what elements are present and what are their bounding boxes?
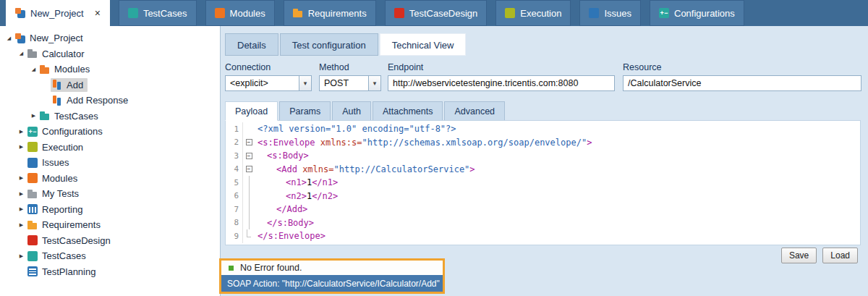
project-tree: ◢New_Project◢Calculator◢ModulesAddAdd Re…: [0, 26, 220, 279]
expand-arrow-icon[interactable]: ▶: [17, 222, 26, 228]
code-text: </Add>: [255, 203, 307, 216]
testcasedesign-icon: [27, 235, 38, 245]
chevron-down-icon[interactable]: [368, 76, 380, 90]
collapse-arrow-icon[interactable]: ◢: [17, 51, 26, 56]
top-tab-configurations[interactable]: Configurations: [650, 0, 744, 26]
top-tab-testcasedesign[interactable]: TestCaseDesign: [385, 0, 488, 26]
tab-payload[interactable]: Payload: [225, 101, 278, 121]
modules-icon: [215, 8, 225, 18]
save-button[interactable]: Save: [781, 248, 817, 263]
tree-item-add-response[interactable]: Add Response: [0, 93, 220, 109]
resource-input[interactable]: [623, 75, 861, 91]
method-select[interactable]: POST: [319, 75, 381, 91]
status-message: No Error found.: [240, 263, 302, 273]
top-tab-bar: New_Project×TestCasesModulesRequirements…: [0, 0, 868, 26]
top-tab-label: TestCases: [143, 8, 187, 19]
tab-technical-view[interactable]: Technical View: [380, 33, 467, 56]
tree-item-testcases[interactable]: ▶TestCases: [0, 109, 220, 124]
tree-item-my-tests[interactable]: ▶My Tests: [0, 186, 220, 202]
close-icon[interactable]: ×: [95, 8, 101, 18]
code-line: 2−<s:Envelope xmlns:s="http://schemas.xm…: [226, 136, 860, 150]
chevron-down-icon[interactable]: [299, 76, 311, 90]
collapse-arrow-icon[interactable]: ◢: [29, 67, 38, 72]
tab-test-configuration[interactable]: Test configuration: [280, 33, 378, 56]
collapse-arrow-icon[interactable]: ◢: [4, 35, 14, 41]
expand-arrow-icon[interactable]: ▶: [17, 144, 26, 150]
module-icon: [52, 80, 62, 90]
tab-details[interactable]: Details: [225, 33, 278, 56]
tree-item-content: Issues: [26, 156, 74, 169]
top-tab-label: New_Project: [30, 8, 84, 19]
tree-item-testcasedesign[interactable]: TestCaseDesign: [0, 233, 220, 249]
tree-item-content: Add Response: [51, 93, 132, 107]
expand-arrow-icon[interactable]: ▶: [17, 175, 26, 181]
fold-collapse-icon[interactable]: −: [243, 136, 255, 150]
code-line: 6<n2>1</n2>: [226, 190, 860, 203]
top-tab-testcases[interactable]: TestCases: [119, 0, 197, 26]
connection-select[interactable]: <explicit>: [225, 75, 312, 91]
expand-arrow-icon[interactable]: ▶: [17, 129, 26, 135]
tree-item-label: Issues: [42, 157, 69, 168]
tree-item-add[interactable]: Add: [0, 77, 220, 93]
tree-item-label: Calculator: [42, 48, 85, 59]
tree-item-configurations[interactable]: ▶Configurations: [0, 124, 220, 140]
modules-icon: [27, 173, 38, 183]
fold-collapse-icon[interactable]: −: [243, 149, 255, 163]
expand-arrow-icon[interactable]: ▶: [29, 113, 38, 119]
xml-editor[interactable]: 1<?xml version="1.0" encoding="utf-8"?>2…: [225, 120, 861, 245]
main-panel: DetailsTest configurationTechnical View …: [221, 26, 868, 296]
tree-item-testplanning[interactable]: TestPlanning: [0, 264, 220, 280]
tree-item-calculator[interactable]: ◢Calculator: [0, 46, 220, 62]
tab-advanced[interactable]: Advanced: [444, 101, 505, 121]
folder-icon: [40, 111, 50, 121]
tree-item-requirements[interactable]: ▶Requirements: [0, 217, 220, 233]
top-tab-requirements[interactable]: Requirements: [284, 0, 376, 26]
code-text: <s:Body>: [255, 149, 309, 163]
status-message-row: No Error found.: [221, 261, 443, 275]
tree-item-testcases[interactable]: ▶TestCases: [0, 248, 220, 264]
tab-params[interactable]: Params: [279, 101, 331, 121]
editor-actions: Save Load: [781, 248, 858, 263]
tab-attachments[interactable]: Attachments: [373, 101, 443, 121]
tree-item-modules[interactable]: ▶Modules: [0, 171, 220, 187]
code-line: 4−<Add xmlns="http://CalculatorService">: [226, 163, 860, 177]
resource-field: Resource: [623, 62, 861, 91]
fold-guide: [243, 203, 255, 216]
top-tab-new-project[interactable]: New_Project×: [6, 0, 110, 26]
tree-item-label: Reporting: [42, 204, 82, 215]
project-tree-sidebar: ◢New_Project◢Calculator◢ModulesAddAdd Re…: [0, 26, 221, 296]
tree-item-reporting[interactable]: ▶Reporting: [0, 202, 220, 218]
payload-tab-bar: PayloadParamsAuthAttachmentsAdvanced: [225, 101, 505, 121]
folder-icon: [27, 189, 38, 199]
reporting-icon: [27, 204, 38, 214]
endpoint-input[interactable]: [388, 75, 615, 91]
tree-item-content: Execution: [26, 140, 88, 154]
tree-item-new-project[interactable]: ◢New_Project: [0, 30, 220, 46]
tree-item-label: New_Project: [30, 33, 83, 43]
line-number: 8: [226, 216, 243, 230]
line-number: 6: [226, 190, 243, 203]
top-tab-modules[interactable]: Modules: [205, 0, 275, 26]
tree-item-label: Add: [67, 80, 83, 90]
top-tab-issues[interactable]: Issues: [579, 0, 641, 26]
tree-item-modules[interactable]: ◢Modules: [0, 62, 220, 77]
top-tab-label: Requirements: [308, 8, 367, 19]
tab-auth[interactable]: Auth: [332, 101, 371, 121]
top-tab-execution[interactable]: Execution: [495, 0, 571, 26]
endpoint-label: Endpoint: [388, 62, 615, 72]
tree-item-issues[interactable]: Issues: [0, 155, 220, 171]
expand-arrow-icon[interactable]: ▶: [17, 206, 26, 212]
tree-item-content: Requirements: [26, 218, 105, 232]
expand-arrow-icon[interactable]: ▶: [17, 253, 26, 259]
expand-arrow-icon[interactable]: ▶: [17, 191, 26, 197]
folder-icon: [27, 48, 38, 59]
tree-item-content: Modules: [38, 62, 94, 76]
load-button[interactable]: Load: [822, 248, 858, 263]
tree-item-label: TestCases: [42, 250, 86, 261]
fold-collapse-icon[interactable]: −: [243, 163, 255, 177]
tree-item-content: TestCases: [38, 109, 103, 123]
tree-item-content: Modules: [26, 172, 82, 185]
tree-item-content: TestPlanning: [26, 265, 100, 279]
line-number: 9: [226, 229, 243, 243]
tree-item-execution[interactable]: ▶Execution: [0, 140, 220, 156]
